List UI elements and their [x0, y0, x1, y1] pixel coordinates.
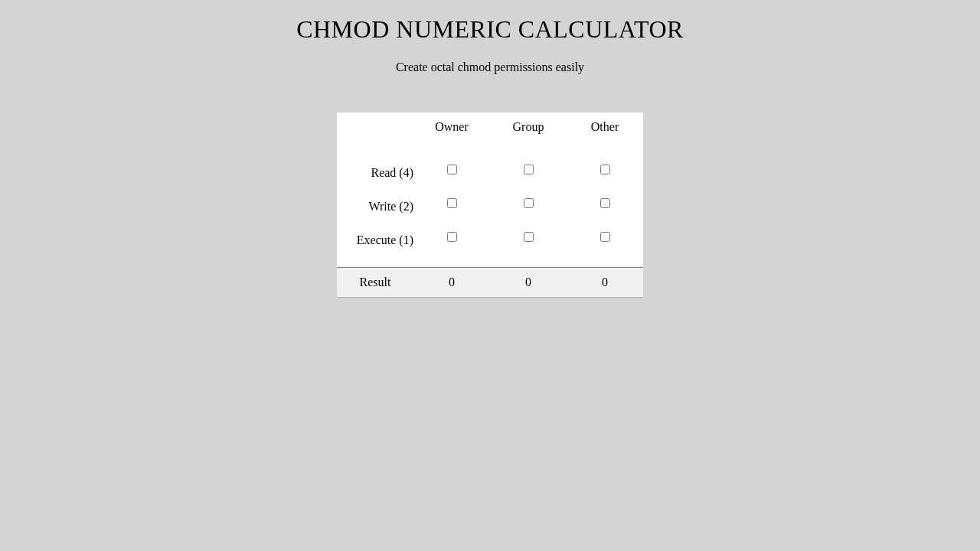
checkbox-other-write[interactable] — [600, 198, 610, 208]
result-label: Result — [337, 268, 413, 298]
label-read: Read (4) — [337, 154, 413, 187]
label-execute: Execute (1) — [337, 221, 413, 255]
row-read: Read (4) — [337, 154, 643, 187]
checkbox-other-read[interactable] — [600, 165, 610, 174]
checkbox-owner-read[interactable] — [447, 165, 457, 174]
calculator-panel: Owner Group Other Read (4) Write (2) — [0, 112, 980, 298]
row-execute: Execute (1) — [337, 221, 643, 255]
main-container: CHMOD NUMERIC CALCULATOR Create octal ch… — [0, 0, 980, 298]
checkbox-group-read[interactable] — [524, 165, 534, 174]
header-group: Group — [490, 112, 567, 142]
checkbox-group-execute[interactable] — [524, 232, 534, 242]
result-group: 0 — [490, 268, 567, 298]
result-other: 0 — [567, 268, 643, 298]
checkbox-owner-write[interactable] — [447, 198, 457, 208]
checkbox-owner-execute[interactable] — [447, 232, 457, 242]
page-title: CHMOD NUMERIC CALCULATOR — [0, 15, 980, 44]
label-write: Write (2) — [337, 187, 413, 221]
permission-table: Owner Group Other Read (4) Write (2) — [337, 112, 643, 298]
result-row: Result 0 0 0 — [337, 268, 643, 298]
checkbox-other-execute[interactable] — [600, 232, 610, 242]
page-subtitle: Create octal chmod permissions easily — [0, 60, 980, 74]
header-owner: Owner — [413, 112, 490, 142]
header-empty — [337, 112, 413, 142]
row-write: Write (2) — [337, 187, 643, 221]
header-other: Other — [567, 112, 643, 142]
checkbox-group-write[interactable] — [524, 198, 534, 208]
result-owner: 0 — [413, 268, 490, 298]
